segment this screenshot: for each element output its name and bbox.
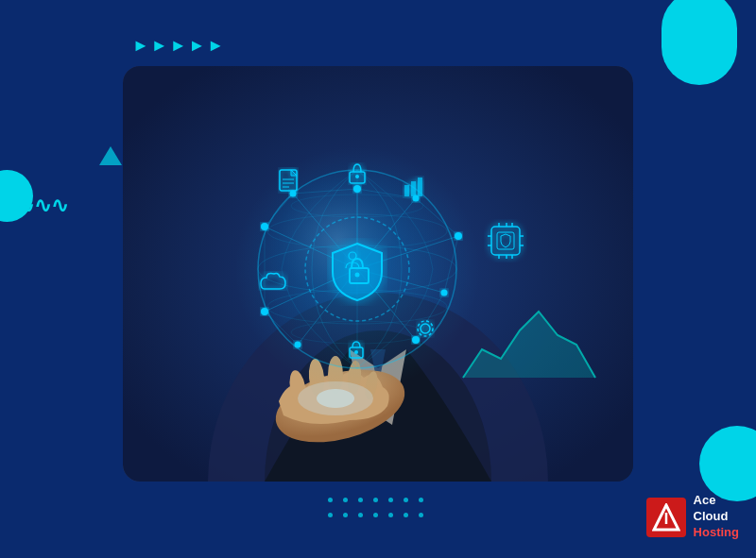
deco-dot: [358, 513, 363, 517]
deco-dot: [328, 513, 333, 517]
deco-dot-grid: [328, 498, 428, 522]
logo-line2: Cloud: [694, 509, 739, 525]
svg-rect-54: [404, 185, 409, 196]
svg-point-43: [295, 342, 301, 348]
deco-dot: [373, 513, 378, 517]
deco-wave: ∿∿∿: [17, 194, 68, 218]
logo-container: Ace Cloud Hosting: [646, 493, 739, 541]
svg-point-46: [355, 273, 360, 278]
svg-point-36: [261, 223, 268, 230]
svg-rect-55: [411, 181, 416, 196]
deco-dot: [343, 498, 348, 502]
deco-dot: [404, 498, 408, 502]
logo-line3: Hosting: [694, 525, 739, 541]
deco-dot: [388, 498, 393, 502]
deco-top-right-pill: [662, 0, 737, 85]
svg-point-41: [441, 290, 448, 296]
svg-point-60: [354, 350, 358, 354]
deco-dot: [419, 498, 423, 502]
scene-svg: [123, 66, 633, 482]
svg-point-53: [355, 175, 359, 178]
deco-arrows: ►►►►►: [132, 36, 226, 56]
deco-triangle: [99, 146, 122, 165]
svg-point-38: [353, 185, 361, 193]
svg-point-44: [261, 308, 268, 315]
main-image-inner: [123, 66, 633, 482]
deco-dot: [404, 513, 408, 517]
svg-point-42: [412, 336, 420, 344]
svg-rect-56: [418, 178, 422, 196]
svg-point-40: [455, 232, 462, 240]
deco-dot: [358, 498, 363, 502]
svg-point-10: [317, 389, 354, 408]
deco-dot: [328, 498, 333, 502]
deco-dot: [373, 498, 378, 502]
logo-icon: [646, 498, 686, 537]
logo-text: Ace Cloud Hosting: [694, 493, 739, 541]
main-image-container: [123, 66, 633, 482]
deco-dot: [343, 513, 348, 517]
deco-dot: [388, 513, 393, 517]
logo-line1: Ace: [694, 493, 739, 509]
deco-dot: [419, 513, 423, 517]
